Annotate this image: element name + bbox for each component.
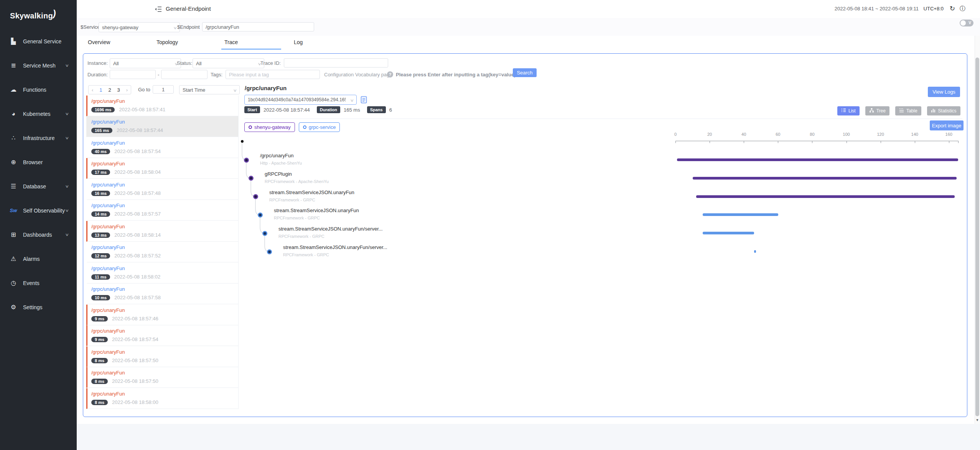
span-dot[interactable]	[258, 213, 263, 218]
sidebar-item-self-observability[interactable]: Sw Self Observability ∨	[0, 198, 77, 223]
sidebar-item-kubernetes[interactable]: ◕ Kubernetes ∨	[0, 102, 77, 126]
span-bar[interactable]	[703, 232, 754, 234]
trace-list-item[interactable]: /grpc/unaryFun 165 ms 2022-05-08 18:57:4…	[86, 116, 238, 137]
span-dot[interactable]	[262, 231, 267, 236]
endpoint-label: $Endpoint	[177, 24, 200, 30]
page-2[interactable]: 2	[108, 87, 111, 93]
span-bar[interactable]	[754, 250, 756, 253]
sidebar-item-database[interactable]: ☰ Database ∨	[0, 174, 77, 198]
start-badge: Start	[244, 106, 260, 113]
span-bar[interactable]	[696, 195, 955, 198]
trace-timestamp: 2022-05-08 18:57:50	[112, 358, 158, 363]
time-range[interactable]: 2022-05-08 18:41 ~ 2022-05-08 19:11	[835, 6, 919, 12]
sidebar-item-service-mesh[interactable]: ≣ Service Mesh ∨	[0, 53, 77, 77]
duration-pill: 17 ms	[91, 170, 110, 175]
search-button[interactable]: Search	[513, 68, 537, 77]
span-dot[interactable]	[244, 158, 249, 163]
sidebar-item-events[interactable]: ◷ Events	[0, 271, 77, 295]
trace-list-item[interactable]: /grpc/unaryFun 13 ms 2022-05-08 18:58:14	[86, 221, 238, 242]
trace-list-item[interactable]: /grpc/unaryFun 8 ms 2022-05-08 18:58:00	[86, 388, 238, 409]
duration-pill: 8 ms	[91, 400, 108, 405]
trace-list-item[interactable]: /grpc/unaryFun 17 ms 2022-05-08 18:58:04	[86, 158, 238, 179]
sort-select[interactable]: Start Time	[179, 85, 240, 94]
trace-timestamp: 2022-05-08 18:57:44	[117, 127, 163, 133]
duration-min-input[interactable]	[110, 70, 156, 79]
view-list-button[interactable]: List	[837, 106, 860, 115]
sidebar-item-settings[interactable]: ⚙ Settings	[0, 295, 77, 319]
span-name[interactable]: stream.StreamServiceJSON.unaryFun	[269, 190, 354, 195]
trace-list-item[interactable]: /grpc/unaryFun 8 ms 2022-05-08 18:57:50	[86, 367, 238, 388]
trace-list-item[interactable]: /grpc/unaryFun 9 ms 2022-05-08 18:57:46	[86, 305, 238, 325]
vertical-scrollbar-thumb[interactable]	[975, 58, 979, 416]
view-table-button[interactable]: Table	[895, 106, 921, 115]
trace-list-item[interactable]: /grpc/unaryFun 9 ms 2022-05-08 18:57:54	[86, 325, 238, 346]
trace-list-item[interactable]: /grpc/unaryFun 8 ms 2022-05-08 18:57:50	[86, 346, 238, 367]
tab-trace[interactable]: Trace	[224, 39, 238, 45]
service-label: $Service	[81, 24, 100, 30]
span-bar[interactable]	[677, 158, 958, 161]
span-name[interactable]: /grpc/unaryFun	[260, 153, 293, 158]
sidebar-item-browser[interactable]: ⊕ Browser	[0, 150, 77, 174]
axis-tick-mark	[949, 141, 949, 143]
instance-select[interactable]: All	[110, 58, 181, 68]
export-image-button[interactable]: Export image	[930, 120, 964, 130]
trace-list-item[interactable]: /grpc/unaryFun 11 ms 2022-05-08 18:58:02	[86, 263, 238, 284]
duration-pill: 8 ms	[91, 379, 108, 384]
trace-list-item[interactable]: /grpc/unaryFun 16 ms 2022-05-08 18:57:48	[86, 179, 238, 200]
top-header-bar: General-Endpoint 2022-05-08 18:41 ~ 2022…	[77, 0, 980, 18]
tab-topology[interactable]: Topology	[156, 39, 178, 45]
goto-input[interactable]	[153, 85, 174, 94]
tab-overview[interactable]: Overview	[88, 39, 110, 45]
refresh-icon[interactable]: ↻	[950, 5, 955, 13]
span-dot[interactable]	[249, 176, 254, 181]
status-select[interactable]: All	[193, 58, 264, 68]
info-icon[interactable]: ⓘ	[960, 5, 965, 12]
duration-max-input[interactable]	[161, 70, 208, 79]
span-name[interactable]: stream.StreamServiceJSON.unaryFun/server…	[278, 226, 383, 232]
view-logs-button[interactable]: View Logs	[928, 87, 960, 97]
endpoint-input[interactable]	[202, 22, 314, 31]
trace-list-item[interactable]: /grpc/unaryFun 14 ms 2022-05-08 18:57:57	[86, 200, 238, 221]
root-span-dot	[241, 140, 244, 143]
page-3[interactable]: 3	[117, 87, 120, 93]
view-tree-button[interactable]: Tree	[865, 106, 889, 115]
span-bar[interactable]	[693, 177, 957, 180]
trace-id-select[interactable]: 1bc04d9244d349c0a74a14709349584e.294.165…	[244, 95, 357, 105]
sidebar-menu: ▙ General Service ≣ Service Mesh ∨ ☁ Fun…	[0, 29, 77, 319]
span-name[interactable]: gRPCPlugin	[265, 171, 292, 177]
tab-log[interactable]: Log	[294, 39, 303, 45]
span-dot[interactable]	[253, 194, 258, 199]
axis-tick-label: 20	[707, 132, 712, 137]
span-bar[interactable]	[703, 213, 778, 216]
tags-input[interactable]	[226, 70, 320, 79]
span-name[interactable]: stream.StreamServiceJSON.unaryFun/server…	[283, 244, 387, 250]
span-dot[interactable]	[267, 249, 272, 254]
trace-id-input[interactable]	[284, 58, 388, 68]
sidebar-item-functions[interactable]: ☁ Functions	[0, 77, 77, 102]
next-page-icon[interactable]: ›	[126, 87, 128, 93]
question-icon[interactable]: ?	[387, 71, 393, 77]
sidebar-item-dashboards[interactable]: ⊞ Dashboards ∨	[0, 223, 77, 247]
sidebar-item-general-service[interactable]: ▙ General Service	[0, 29, 77, 53]
view-mode-buttons: List Tree Table Statistics	[837, 106, 960, 115]
trace-list-item[interactable]: /grpc/unaryFun 12 ms 2022-05-08 18:57:52	[86, 242, 238, 262]
view-statistics-button[interactable]: Statistics	[927, 106, 960, 115]
service-select[interactable]: shenyu-gateway	[99, 22, 180, 32]
trace-list-item[interactable]: /grpc/unaryFun 40 ms 2022-05-08 18:57:54	[86, 137, 238, 158]
collapse-menu-icon[interactable]	[155, 6, 162, 13]
page-1[interactable]: 1	[99, 87, 102, 93]
sidebar-item-alarms[interactable]: ⚠ Alarms	[0, 247, 77, 271]
trace-list-item[interactable]: /grpc/unaryFun 10 ms 2022-05-08 18:57:58	[86, 284, 238, 304]
axis-tick-mark	[915, 141, 915, 143]
sidebar-item-infrastructure[interactable]: ∴ Infrastructure ∨	[0, 126, 77, 150]
prev-page-icon[interactable]: ‹	[92, 87, 93, 93]
trace-timestamp: 2022-05-08 18:57:54	[114, 148, 161, 154]
trace-list-item[interactable]: /grpc/unaryFun 1696 ms 2022-05-08 18:57:…	[86, 96, 238, 116]
span-name[interactable]: stream.StreamServiceJSON.unaryFun	[274, 208, 359, 213]
timezone-label[interactable]: UTC+8:0	[924, 6, 944, 12]
version-toggle[interactable]: V	[960, 20, 973, 26]
scrollbar-down-arrow[interactable]: ▼	[975, 418, 979, 422]
copy-trace-id-icon[interactable]	[361, 96, 367, 105]
vocabulary-link[interactable]: Configuration Vocabulary page	[324, 72, 392, 77]
duration-value: 165 ms	[344, 107, 360, 113]
